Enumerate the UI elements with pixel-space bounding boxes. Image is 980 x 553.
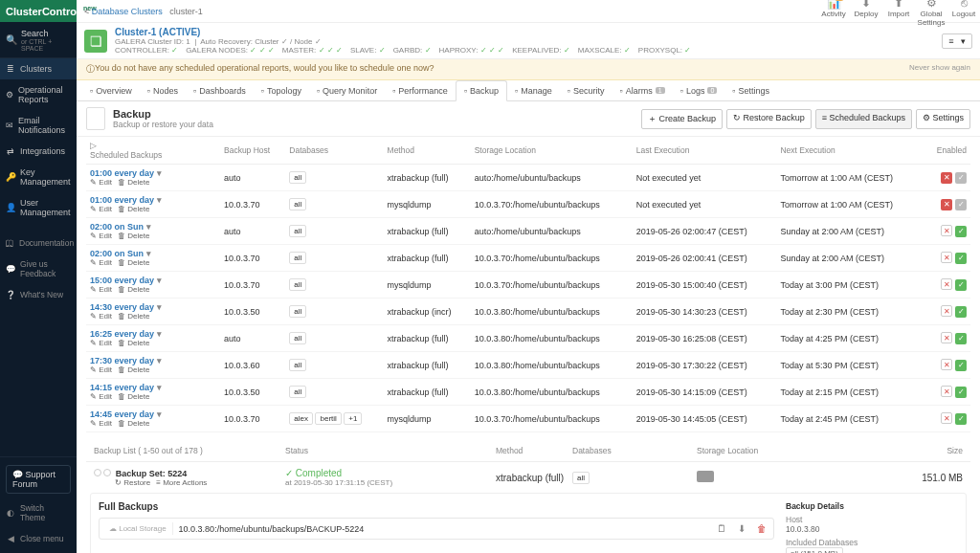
support-forum-button[interactable]: 💬 Support Forum xyxy=(6,465,71,494)
schedule-name[interactable]: 14:30 every day ▾ xyxy=(90,302,216,312)
tab-logs[interactable]: ▫ Logs 0 xyxy=(673,80,725,100)
tab-query-monitor[interactable]: ▫ Query Monitor xyxy=(309,80,385,100)
edit-button[interactable]: ✎ Edit xyxy=(90,232,112,240)
edit-button[interactable]: ✎ Edit xyxy=(90,312,112,321)
sidebar-item-integrations[interactable]: ⇄Integrations xyxy=(0,141,77,162)
enable-on-button[interactable]: ✓ xyxy=(955,413,967,425)
download-icon[interactable]: ⬇ xyxy=(735,523,748,534)
tab-settings[interactable]: ▫ Settings xyxy=(724,80,777,100)
sidebar-item-documentation[interactable]: 🕮Documentation xyxy=(0,232,77,254)
delete-button[interactable]: 🗑 Delete xyxy=(118,419,149,428)
enable-off-button[interactable]: ✕ xyxy=(941,386,952,397)
topaction-global-settings[interactable]: ⚙Global Settings xyxy=(915,0,947,29)
edit-button[interactable]: ✎ Edit xyxy=(90,392,112,401)
sidebar-item-close-menu[interactable]: ◀Close menu xyxy=(0,528,77,549)
enable-off-button[interactable]: ✕ xyxy=(941,305,952,317)
enable-on-button[interactable]: ✓ xyxy=(955,199,967,210)
scheduled-backups-button[interactable]: ≡ Scheduled Backups xyxy=(815,109,912,129)
enable-off-button[interactable]: ✕ xyxy=(941,332,952,343)
sidebar-item-clusters[interactable]: ≣Clusters xyxy=(0,58,77,79)
delete-button[interactable]: 🗑 Delete xyxy=(118,365,149,374)
cluster-menu-button[interactable]: ≡ ▾ xyxy=(942,33,972,49)
tab-nodes[interactable]: ▫ Nodes xyxy=(140,80,186,100)
tab-dashboards[interactable]: ▫ Dashboards xyxy=(186,80,254,100)
schedule-name[interactable]: 01:00 every day ▾ xyxy=(90,195,216,205)
delete-button[interactable]: 🗑 Delete xyxy=(118,312,149,321)
edit-button[interactable]: ✎ Edit xyxy=(90,178,112,187)
sidebar-item-email-notifications[interactable]: ✉Email Notifications xyxy=(0,110,77,141)
schedule-name[interactable]: 01:00 every day ▾ xyxy=(90,168,216,178)
method: mysqldump xyxy=(384,406,471,432)
enable-on-button[interactable]: ✓ xyxy=(955,333,967,344)
enable-off-button[interactable]: ✕ xyxy=(941,359,952,370)
schedule-name[interactable]: 15:00 every day ▾ xyxy=(90,276,216,285)
tab-topology[interactable]: ▫ Topology xyxy=(254,80,309,100)
tab-alarms[interactable]: ▫ Alarms 1 xyxy=(612,80,673,100)
enable-on-button[interactable]: ✓ xyxy=(955,253,967,264)
play-all-icon[interactable]: ▷ xyxy=(90,141,97,150)
sidebar-item-operational-reports[interactable]: ⚙Operational Reports xyxy=(0,79,77,110)
enable-on-button[interactable]: ✓ xyxy=(955,387,967,398)
topaction-deploy[interactable]: ⬇Deploy xyxy=(850,0,882,29)
edit-button[interactable]: ✎ Edit xyxy=(90,258,112,267)
sidebar-item-what's-new[interactable]: ❔What's New xyxy=(0,284,77,305)
enable-on-button[interactable]: ✓ xyxy=(955,360,967,371)
edit-button[interactable]: ✎ Edit xyxy=(90,365,112,374)
schedule-name[interactable]: 17:30 every day ▾ xyxy=(90,356,216,365)
schedule-row: 01:00 every day ▾ ✎ Edit🗑 Delete 10.0.3.… xyxy=(86,191,970,218)
enable-on-button[interactable]: ✓ xyxy=(955,172,967,184)
edit-button[interactable]: ✎ Edit xyxy=(90,205,112,213)
schedule-name[interactable]: 02:00 on Sun ▾ xyxy=(90,222,216,232)
delete-button[interactable]: 🗑 Delete xyxy=(118,392,149,401)
notice-never-show[interactable]: Never show again xyxy=(909,63,970,76)
create-backup-button[interactable]: ＋ Create Backup xyxy=(641,109,723,129)
enable-off-button[interactable]: ✕ xyxy=(941,252,952,263)
sidebar-item-switch-theme[interactable]: ◐Switch Theme xyxy=(0,498,77,528)
tab-security[interactable]: ▫ Security xyxy=(560,80,612,100)
topaction-logout[interactable]: ⎋Logout xyxy=(947,0,980,29)
delete-button[interactable]: 🗑 Delete xyxy=(118,258,149,267)
sidebar-item-key-management[interactable]: 🔑Key Management xyxy=(0,162,77,192)
select-checkbox[interactable] xyxy=(94,469,101,476)
restore-button[interactable]: ↻ Restore xyxy=(115,478,150,487)
chevron-down-icon: ▾ xyxy=(157,302,162,312)
enable-off-button[interactable]: ✕ xyxy=(941,278,952,290)
topaction-activity[interactable]: 📊1Activity xyxy=(817,0,850,29)
delete-button[interactable]: 🗑 Delete xyxy=(118,178,149,187)
restore-backup-button[interactable]: ↻ Restore Backup xyxy=(726,109,812,129)
log-icon[interactable]: 🗒 xyxy=(714,523,729,534)
enable-off-button[interactable]: ✕ xyxy=(941,199,952,210)
topaction-import[interactable]: ⬆Import xyxy=(882,0,915,29)
enable-off-button[interactable]: ✕ xyxy=(941,225,952,236)
schedule-name[interactable]: 02:00 on Sun ▾ xyxy=(90,249,216,258)
sidebar-item-give-us-feedback[interactable]: 💬Give us Feedback xyxy=(0,254,77,284)
schedule-name[interactable]: 14:15 every day ▾ xyxy=(90,383,216,392)
enable-on-button[interactable]: ✓ xyxy=(955,279,967,291)
sidebar-item-user-management[interactable]: 👤User Management xyxy=(0,192,77,223)
tab-manage[interactable]: ▫ Manage xyxy=(507,80,560,100)
settings-button[interactable]: ⚙ Settings xyxy=(916,109,970,129)
more-actions-button[interactable]: ≡ More Actions xyxy=(156,478,207,487)
enable-off-button[interactable]: ✕ xyxy=(941,172,952,184)
edit-button[interactable]: ✎ Edit xyxy=(90,285,112,294)
enable-on-button[interactable]: ✓ xyxy=(955,226,967,237)
tab-overview[interactable]: ▫ Overview xyxy=(82,80,140,100)
schedule-name[interactable]: 16:25 every day ▾ xyxy=(90,329,216,339)
schedule-row: 15:00 every day ▾ ✎ Edit🗑 Delete 10.0.3.… xyxy=(86,272,970,299)
method: xtrabackup (full) xyxy=(384,379,471,406)
delete-button[interactable]: 🗑 Delete xyxy=(118,205,149,213)
delete-icon[interactable]: 🗑 xyxy=(754,523,769,534)
tab-backup[interactable]: ▫ Backup xyxy=(456,80,507,101)
edit-button[interactable]: ✎ Edit xyxy=(90,419,112,428)
global-search[interactable]: 🔍 Searchor CTRL + SPACE xyxy=(0,22,77,58)
enable-on-button[interactable]: ✓ xyxy=(955,306,967,318)
select-checkbox[interactable] xyxy=(103,469,111,476)
delete-button[interactable]: 🗑 Delete xyxy=(118,339,149,347)
breadcrumb-root[interactable]: Database Clusters xyxy=(92,7,163,16)
tab-performance[interactable]: ▫ Performance xyxy=(385,80,456,100)
delete-button[interactable]: 🗑 Delete xyxy=(118,285,149,294)
delete-button[interactable]: 🗑 Delete xyxy=(118,232,149,240)
enable-off-button[interactable]: ✕ xyxy=(941,412,952,424)
schedule-name[interactable]: 14:45 every day ▾ xyxy=(90,409,216,419)
edit-button[interactable]: ✎ Edit xyxy=(90,339,112,347)
